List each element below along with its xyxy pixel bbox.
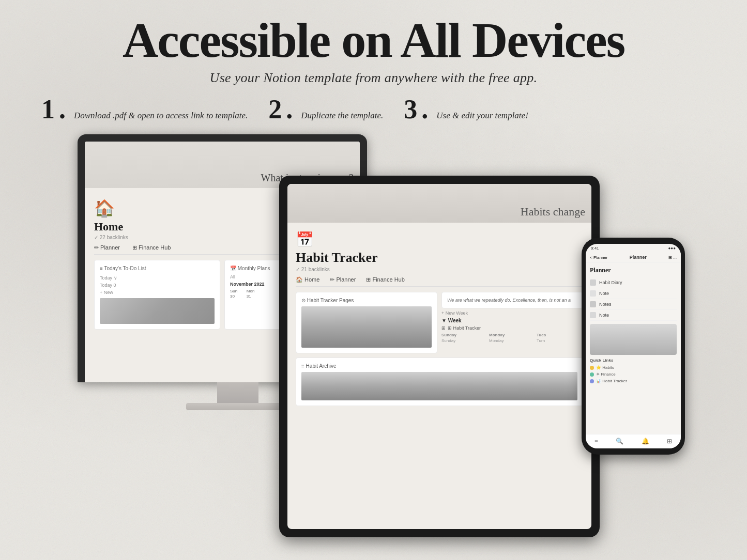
- phone-menu-habit-diary[interactable]: Habit Diary: [590, 277, 677, 288]
- phone-quick-links: Quick Links ⭐ Habits ☀ Finance: [590, 358, 677, 384]
- tablet-screen: Habits change 📅 Habit Tracker ✓ 21 backl…: [287, 184, 591, 529]
- phone-note2-label: Note: [599, 313, 609, 318]
- date-30: 30: [230, 294, 246, 299]
- day-sunday-2: Sunday: [441, 338, 488, 343]
- step-2-text: Duplicate the template.: [301, 107, 383, 121]
- step-2: 2 . Duplicate the template.: [268, 96, 383, 123]
- step-1-dot: .: [59, 96, 66, 123]
- step-1-text: Download .pdf & open to access link to t…: [74, 107, 248, 121]
- phone-time: 9:41: [591, 246, 599, 251]
- tablet-device: Habits change 📅 Habit Tracker ✓ 21 backl…: [279, 176, 600, 560]
- phone-screen: 9:41 ●●● < Planner Planner ⊞ ... Planner: [586, 244, 681, 448]
- tablet-cover-text: Habits change: [521, 205, 585, 219]
- phone-bottom-nav: ≡ 🔍 🔔 ⊞: [586, 434, 681, 448]
- devices-container: What is stopping you? Change cover Repos…: [31, 134, 716, 506]
- step-3: 3 . Use & edit your template!: [404, 96, 528, 123]
- habit-nav-home[interactable]: 🏠 Home: [296, 276, 319, 283]
- phone-link-habits[interactable]: ⭐ Habits: [590, 364, 677, 371]
- step-3-dot: .: [421, 96, 428, 123]
- phone-note1-label: Note: [599, 291, 609, 296]
- habit-archive-title: ≡ Habit Archive: [301, 363, 577, 369]
- day-monday-2: Monday: [489, 338, 536, 343]
- notion-todo-new[interactable]: + New: [100, 289, 215, 296]
- quick-links-title: Quick Links: [590, 358, 677, 363]
- habit-tracker-pages-title: ⊙ Habit Tracker Pages: [301, 298, 432, 303]
- day-turn: Turn: [537, 338, 583, 343]
- step-3-number: 3: [404, 96, 417, 123]
- notion-todo-title: ≡ Today's To-Do List: [100, 266, 215, 271]
- habit-quote: We are what we repeatedly do. Excellence…: [441, 292, 583, 308]
- habit-nav-finance[interactable]: ⊞ Finance Hub: [366, 276, 404, 283]
- phone-planner-title: Planner: [590, 267, 677, 274]
- step-3-text: Use & edit your template!: [436, 107, 528, 121]
- phone-signal: ●●●: [668, 246, 676, 251]
- phone-nav-menu[interactable]: ≡: [594, 438, 598, 445]
- phone-menu-note1[interactable]: Note: [590, 288, 677, 299]
- imac-base: [186, 403, 289, 410]
- habit-title: Habit Tracker: [296, 250, 583, 266]
- day-monday-1: Monday: [489, 333, 536, 337]
- habit-right-column: We are what we repeatedly do. Excellence…: [441, 292, 583, 353]
- notion-nav-finance[interactable]: ⊞ Finance Hub: [132, 244, 171, 251]
- habit-nav: 🏠 Home ✏ Planner ⊞ Finance Hub: [296, 276, 583, 287]
- phone-back-btn[interactable]: < Planner: [590, 255, 607, 260]
- date-31: 31: [247, 294, 263, 299]
- day-sunday-1: Sunday: [441, 333, 488, 337]
- phone-notes-label: Notes: [599, 302, 612, 307]
- notion-todo-card: ≡ Today's To-Do List Today ∨ Today 0 + N…: [94, 260, 220, 330]
- phone-link-finance[interactable]: ☀ Finance: [590, 371, 677, 378]
- imac-neck: [217, 382, 258, 403]
- notion-todo-today-label: Today ∨: [100, 274, 215, 282]
- step-1: 1 . Download .pdf & open to access link …: [41, 96, 248, 123]
- notion-todo-count: Today 0: [100, 282, 215, 289]
- phone-menu-notes[interactable]: Notes: [590, 299, 677, 310]
- habit-backlinks: ✓ 21 backlinks: [296, 267, 583, 272]
- add-new-week[interactable]: + New Week: [441, 308, 583, 318]
- phone-device: 9:41 ●●● < Planner Planner ⊞ ... Planner: [582, 238, 685, 455]
- habit-nav-planner[interactable]: ✏ Planner: [330, 276, 356, 283]
- step-2-number: 2: [268, 96, 282, 123]
- habit-tracker-row: ⊞⊞ Habit Tracker: [441, 325, 583, 331]
- steps-row: 1 . Download .pdf & open to access link …: [31, 96, 716, 123]
- habit-tracker-content: 📅 Habit Tracker ✓ 21 backlinks 🏠 Home ✏ …: [287, 223, 591, 529]
- phone-img-preview: [590, 324, 677, 355]
- phone-border: 9:41 ●●● < Planner Planner ⊞ ... Planner: [582, 238, 685, 455]
- phone-link-habit-tracker[interactable]: 📊 Habit Tracker: [590, 378, 677, 384]
- phone-habit-tracker-label: 📊 Habit Tracker: [596, 379, 627, 383]
- phone-menu-note2[interactable]: Note: [590, 310, 677, 321]
- page-wrapper: Accessible on All Devices Use your Notio…: [0, 0, 747, 560]
- day-mon: Mon: [247, 289, 263, 293]
- week-label: ▼ Week: [441, 318, 583, 323]
- phone-page-title: Planner: [630, 255, 647, 260]
- notion-img-preview: [100, 298, 215, 324]
- phone-nav-grid[interactable]: ⊞: [667, 438, 672, 445]
- phone-notion-header: < Planner Planner ⊞ ...: [586, 253, 681, 262]
- habit-week-grid: Sunday Monday Tues Sunday Monday Turn: [441, 333, 583, 343]
- day-sun: Sun: [230, 289, 246, 293]
- phone-nav-notifications[interactable]: 🔔: [642, 438, 649, 445]
- phone-status-bar: 9:41 ●●●: [586, 244, 681, 253]
- main-title: Accessible on All Devices: [31, 15, 716, 65]
- phone-content: Planner Habit Diary Note Notes: [586, 262, 681, 388]
- day-tues: Tues: [537, 333, 583, 337]
- step-2-dot: .: [286, 96, 293, 123]
- phone-habit-diary-label: Habit Diary: [599, 280, 622, 285]
- habit-grid: ⊙ Habit Tracker Pages We are what we rep…: [296, 292, 583, 353]
- habit-icon: 📅: [296, 231, 583, 248]
- habit-tracker-pages-card: ⊙ Habit Tracker Pages: [296, 292, 437, 353]
- tablet-border: Habits change 📅 Habit Tracker ✓ 21 backl…: [279, 176, 600, 537]
- phone-habits-label: ⭐ Habits: [596, 365, 614, 370]
- phone-finance-label: ☀ Finance: [596, 372, 616, 377]
- habit-archive-card: ≡ Habit Archive: [296, 357, 583, 406]
- habit-archive-img: [301, 372, 577, 400]
- phone-options-btn[interactable]: ⊞ ...: [668, 255, 677, 260]
- phone-nav-search[interactable]: 🔍: [616, 438, 623, 445]
- step-1-number: 1: [41, 96, 55, 123]
- habit-tracker-img: [301, 306, 432, 348]
- notion-nav-planner[interactable]: ✏ Planner: [94, 244, 120, 251]
- subtitle: Use your Notion template from anywhere w…: [31, 70, 716, 86]
